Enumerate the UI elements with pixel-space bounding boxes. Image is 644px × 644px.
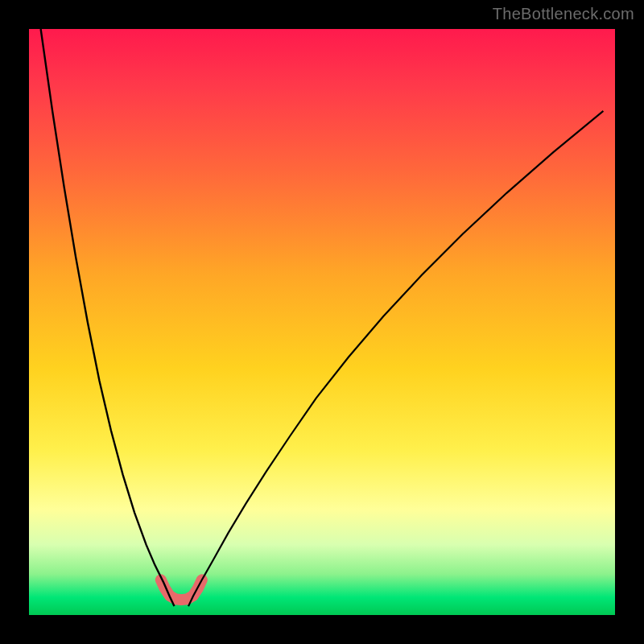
- right-branch-line: [188, 111, 603, 606]
- left-branch-line: [41, 29, 175, 606]
- curve-layer: [29, 29, 615, 615]
- chart-frame: TheBottleneck.com: [0, 0, 644, 644]
- watermark-label: TheBottleneck.com: [493, 5, 634, 23]
